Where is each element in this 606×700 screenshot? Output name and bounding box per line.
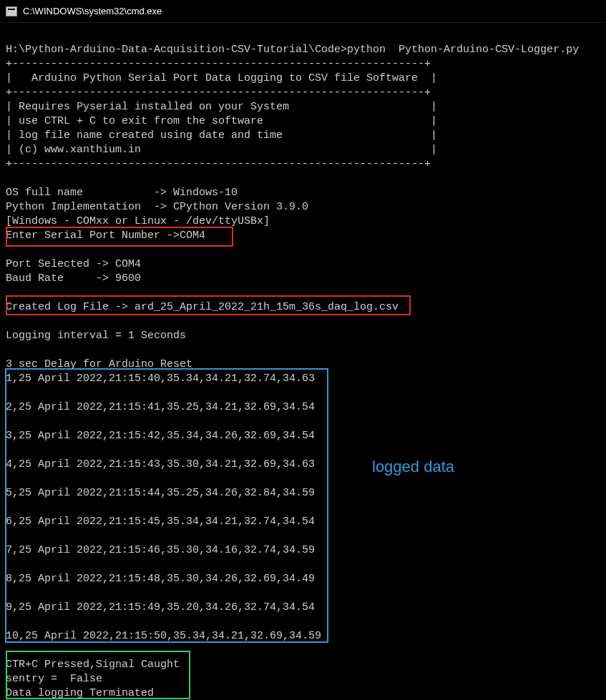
port-hint-line: [Windows - COMxx or Linux - /dev/ttyUSBx… xyxy=(6,215,600,229)
sentry-line: sentry = False xyxy=(6,672,600,686)
info-requires: | Requires Pyserial installed on your Sy… xyxy=(6,100,600,114)
data-row: 6,25 April 2022,21:15:45,35.34,34.21,32.… xyxy=(6,515,600,529)
logging-interval-line: Logging interval = 1 Seconds xyxy=(6,329,600,343)
data-row: 5,25 April 2022,21:15:44,35.25,34.26,32.… xyxy=(6,486,600,501)
annotation-label-logged-data: logged data xyxy=(372,458,454,476)
delay-msg-line: 3 sec Delay for Arduino Reset xyxy=(6,358,600,372)
header-border-top: +---------------------------------------… xyxy=(6,57,600,72)
created-logfile-line: Created Log File -> ard_25_April_2022_21… xyxy=(6,300,600,315)
python-version-line: Python Implementation -> CPython Version… xyxy=(6,200,600,215)
info-copyright: | (c) www.xanthium.in | xyxy=(6,143,600,157)
window-titlebar[interactable]: C:\WINDOWS\system32\cmd.exe xyxy=(0,0,606,23)
data-row: 1,25 April 2022,21:15:40,35.34,34.21,32.… xyxy=(6,372,600,386)
baud-rate-line: Baud Rate -> 9600 xyxy=(6,272,600,286)
port-selected-line: Port Selected -> COM4 xyxy=(6,257,600,272)
data-row: 2,25 April 2022,21:15:41,35.25,34.21,32.… xyxy=(6,400,600,415)
data-row: 3,25 April 2022,21:15:42,35.34,34.26,32.… xyxy=(6,429,600,443)
data-row: 7,25 April 2022,21:15:46,35.30,34.16,32.… xyxy=(6,543,600,558)
header-border-bottom: +---------------------------------------… xyxy=(6,157,600,172)
terminal-output[interactable]: H:\Python-Arduino-Data-Acquisition-CSV-T… xyxy=(0,23,606,700)
data-row: 9,25 April 2022,21:15:49,35.20,34.26,32.… xyxy=(6,601,600,615)
terminated-line: Data logging Terminated xyxy=(6,686,600,700)
os-name-line: OS full name -> Windows-10 xyxy=(6,186,600,200)
header-title-line: | Arduino Python Serial Port Data Loggin… xyxy=(6,72,600,86)
command-prompt-line: H:\Python-Arduino-Data-Acquisition-CSV-T… xyxy=(6,43,600,57)
info-exit: | use CTRL + C to exit from the software… xyxy=(6,114,600,129)
data-row: 4,25 April 2022,21:15:43,35.30,34.21,32.… xyxy=(6,458,600,472)
info-logfile: | log file name created using date and t… xyxy=(6,129,600,143)
window-title: C:\WINDOWS\system32\cmd.exe xyxy=(23,6,162,16)
data-row: 10,25 April 2022,21:15:50,35.34,34.21,32… xyxy=(6,629,600,644)
ctrlc-caught-line: CTR+C Pressed,Signal Caught xyxy=(6,658,600,672)
data-row: 8,25 April 2022,21:15:48,35.30,34.26,32.… xyxy=(6,572,600,586)
cmd-icon xyxy=(6,6,17,16)
header-border-mid: +---------------------------------------… xyxy=(6,86,600,100)
enter-port-line: Enter Serial Port Number ->COM4 xyxy=(6,229,600,243)
